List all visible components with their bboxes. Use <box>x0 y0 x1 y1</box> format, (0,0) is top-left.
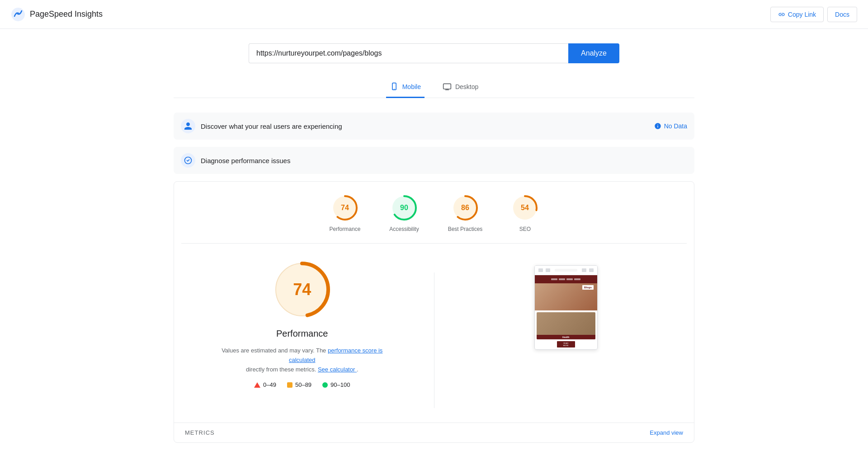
big-score-number: 74 <box>293 280 311 299</box>
url-section: Analyze <box>249 43 619 63</box>
score-accessibility[interactable]: 90 Accessibility <box>389 194 419 232</box>
performance-circle: 74 <box>331 194 359 221</box>
mockup-health-label: Health <box>537 335 595 339</box>
url-input[interactable] <box>249 43 568 63</box>
diagnose-banner: Diagnose performance issues <box>174 147 694 174</box>
real-users-banner: Discover what your real users are experi… <box>174 113 694 140</box>
app-title: PageSpeed Insights <box>30 9 103 19</box>
mockup-hero: Blogs <box>535 283 597 310</box>
accessibility-circle: 90 <box>391 194 418 221</box>
svg-text:90: 90 <box>400 204 408 211</box>
legend-orange: 50–89 <box>287 381 311 388</box>
logo-area: PageSpeed Insights <box>11 7 103 22</box>
metrics-footer: METRICS Expand view <box>174 422 694 442</box>
link-icon <box>778 11 785 18</box>
legend-red-icon <box>254 382 260 388</box>
score-performance[interactable]: 74 Performance <box>330 194 361 232</box>
legend-green: 90–100 <box>322 381 350 388</box>
metrics-label: METRICS <box>185 429 215 436</box>
calculator-link[interactable]: See calculator <box>318 366 357 373</box>
svg-rect-4 <box>443 84 451 89</box>
mockup-cart-icon <box>589 268 594 272</box>
tab-mobile-label: Mobile <box>402 83 421 90</box>
mockup-user-icon <box>582 268 586 272</box>
mockup-logo <box>555 269 577 272</box>
main-content: Analyze Mobile Desktop Di <box>163 29 705 460</box>
expand-view-link[interactable]: Expand view <box>650 429 683 436</box>
legend-orange-icon <box>287 382 292 388</box>
scores-row: 74 Performance 90 Accessibility 86 Best … <box>174 182 694 243</box>
analyze-button[interactable]: Analyze <box>568 43 619 63</box>
best-practices-label: Best Practices <box>448 226 483 232</box>
tab-mobile[interactable]: Mobile <box>386 78 425 98</box>
docs-link[interactable]: Docs <box>827 7 857 22</box>
mobile-icon <box>390 82 399 91</box>
svg-text:74: 74 <box>341 204 349 211</box>
no-data-label: No Data <box>664 122 687 130</box>
svg-text:86: 86 <box>461 204 469 211</box>
legend-red: 0–49 <box>254 381 276 388</box>
mockup-read-more-btn: READ MORE <box>557 341 575 347</box>
info-icon <box>654 122 661 130</box>
score-legend: 0–49 50–89 90–100 <box>254 381 350 388</box>
perf-divider <box>434 272 434 408</box>
no-data-indicator: No Data <box>654 122 687 130</box>
tab-desktop[interactable]: Desktop <box>439 78 482 98</box>
site-screenshot: Blogs Health READ MORE <box>534 265 598 350</box>
mockup-search-icon <box>546 268 550 272</box>
header-actions: Copy Link Docs <box>770 7 857 22</box>
mockup-menu-icon <box>538 268 543 272</box>
tab-desktop-label: Desktop <box>455 83 478 90</box>
mockup-blogs-label: Blogs <box>582 285 594 290</box>
performance-title: Performance <box>276 329 328 339</box>
score-card: 74 Performance 90 Accessibility 86 Best … <box>174 181 694 443</box>
performance-detail: 74 Performance Values are estimated and … <box>174 244 694 422</box>
best-practices-circle: 86 <box>452 194 479 221</box>
real-users-icon <box>181 119 195 133</box>
diagnose-icon <box>181 153 195 168</box>
performance-label: Performance <box>330 226 361 232</box>
header: PageSpeed Insights Copy Link Docs <box>0 0 868 29</box>
pagespeed-logo <box>11 7 25 22</box>
performance-right: Blogs Health READ MORE <box>449 258 684 350</box>
score-best-practices[interactable]: 86 Best Practices <box>448 194 483 232</box>
legend-green-icon <box>322 382 328 388</box>
desktop-icon <box>443 82 452 91</box>
copy-link-label: Copy Link <box>788 11 816 18</box>
mockup-nav-bar <box>535 275 597 283</box>
mockup-card: Health <box>537 312 595 339</box>
big-score: 74 <box>270 258 334 321</box>
seo-label: SEO <box>519 226 531 232</box>
mockup-toolbar <box>535 266 597 275</box>
copy-link-button[interactable]: Copy Link <box>770 7 824 22</box>
svg-text:54: 54 <box>521 204 529 211</box>
svg-point-1 <box>17 12 19 15</box>
score-seo[interactable]: 54 SEO <box>511 194 538 232</box>
seo-circle: 54 <box>511 194 538 221</box>
accessibility-label: Accessibility <box>389 226 419 232</box>
device-tabs: Mobile Desktop <box>174 78 694 98</box>
real-users-title: Discover what your real users are experi… <box>201 122 342 130</box>
performance-description: Values are estimated and may vary. The p… <box>216 346 388 374</box>
diagnose-title: Diagnose performance issues <box>201 157 290 164</box>
svg-point-3 <box>394 89 395 89</box>
performance-left: 74 Performance Values are estimated and … <box>185 258 420 388</box>
